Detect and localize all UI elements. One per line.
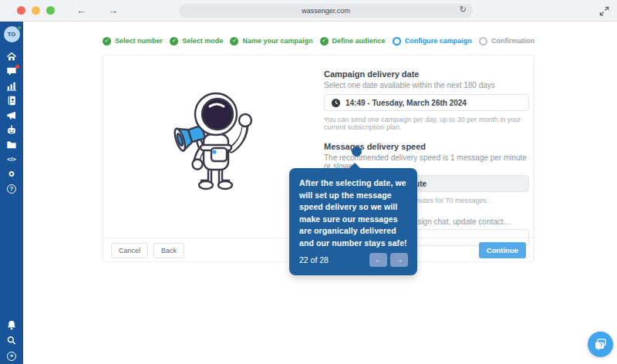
fullscreen-icon[interactable] [599, 5, 609, 19]
cancel-button[interactable]: Cancel [111, 243, 148, 258]
tour-beacon-dot[interactable] [352, 147, 362, 157]
delivery-date-input[interactable]: 14:49 - Tuesday, March 26th 2024 [324, 94, 529, 111]
browser-back-icon[interactable]: ← [76, 5, 86, 16]
zoom-window-button[interactable] [46, 6, 55, 15]
search-icon[interactable] [5, 335, 18, 345]
chats-notification-dot [15, 65, 19, 69]
tour-progress: 22 of 28 [299, 255, 329, 265]
minimize-window-button[interactable] [32, 6, 40, 15]
tour-prev-button[interactable]: ← [369, 253, 387, 267]
check-icon: ✓ [230, 37, 238, 46]
date-section-note: You can send one campaign per day, up to… [324, 116, 529, 131]
home-icon[interactable] [5, 52, 18, 62]
tour-tooltip: After the selecting date, we will set up… [289, 168, 417, 275]
settings-icon[interactable] [5, 169, 18, 179]
browser-bar: ← → wassenger.com ↻ [0, 0, 617, 22]
step-select-mode[interactable]: ✓ Select mode [170, 37, 223, 46]
avatar[interactable]: TO [4, 26, 20, 42]
tour-tooltip-message: After the selecting date, we will set up… [299, 177, 407, 249]
step-define-audience[interactable]: ✓ Define audience [320, 37, 386, 46]
chat-bubbles-icon: ? [594, 339, 607, 351]
sidebar: TO [0, 22, 23, 364]
date-section-title: Campaign delivery date [324, 69, 529, 79]
avatar-initials: TO [8, 31, 15, 38]
address-bar[interactable]: wassenger.com ↻ [179, 4, 473, 18]
check-icon: ✓ [170, 37, 178, 46]
developer-icon[interactable]: </> [5, 154, 18, 164]
bot-icon[interactable] [5, 125, 18, 135]
delivery-date-value: 14:49 - Tuesday, March 26th 2024 [346, 99, 467, 107]
pending-step-circle-icon [479, 37, 487, 46]
analytics-icon[interactable] [5, 81, 18, 91]
astronaut-illustration [171, 89, 260, 199]
window-controls [17, 6, 55, 15]
active-step-circle-icon [393, 37, 401, 46]
browser-forward-icon[interactable]: → [108, 5, 118, 16]
step-name-campaign[interactable]: ✓ Name your campaign [230, 37, 312, 46]
notifications-icon[interactable] [5, 320, 18, 330]
online-status-dot [17, 25, 22, 30]
url-text: wassenger.com [302, 7, 350, 15]
chats-icon[interactable] [5, 66, 18, 76]
continue-button[interactable]: Continue [479, 242, 526, 258]
refresh-icon[interactable]: ↻ [460, 5, 467, 15]
create-icon[interactable]: + [5, 351, 18, 361]
step-configure-campaign[interactable]: Configure campaign [393, 37, 472, 46]
close-window-button[interactable] [17, 6, 25, 15]
clock-icon [331, 98, 341, 108]
svg-text:?: ? [599, 342, 602, 347]
back-button[interactable]: Back [153, 243, 184, 258]
wizard-stepper: ✓ Select number ✓ Select mode ✓ Name you… [103, 35, 534, 46]
step-select-number[interactable]: ✓ Select number [103, 37, 163, 46]
date-section-subtitle: Select one date available within the nex… [324, 81, 529, 89]
campaigns-icon[interactable] [5, 110, 18, 120]
check-icon: ✓ [320, 37, 329, 46]
check-icon: ✓ [103, 37, 111, 46]
tour-next-button[interactable]: → [390, 253, 408, 267]
step-confirmation[interactable]: Confirmation [479, 37, 534, 46]
support-chat-button[interactable]: ? [588, 332, 613, 357]
files-icon[interactable] [5, 140, 18, 150]
app-window: ← → wassenger.com ↻ TO [0, 0, 617, 364]
help-icon[interactable]: ? [5, 184, 18, 194]
contacts-icon[interactable] [5, 96, 18, 106]
